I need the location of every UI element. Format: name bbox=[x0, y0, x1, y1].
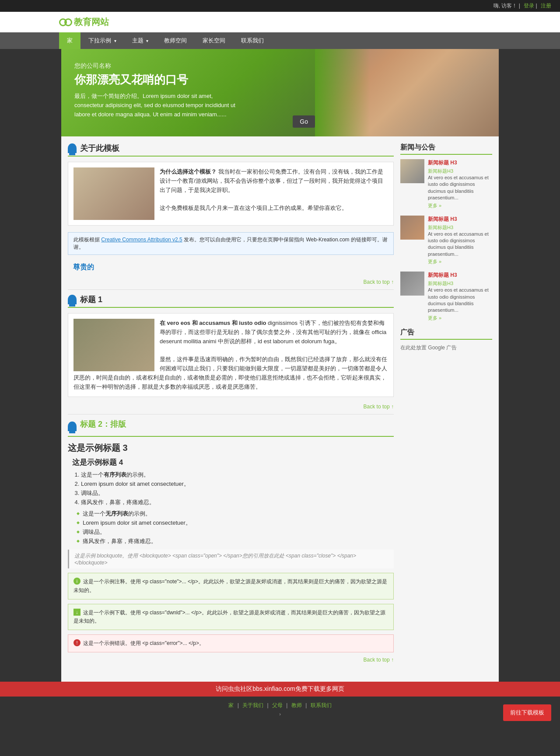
nav-item-theme[interactable]: 主题 ▾ bbox=[124, 32, 157, 49]
nav-item-teacher[interactable]: 教师空间 bbox=[156, 32, 195, 49]
back-to-top-2[interactable]: Back to top ↑ bbox=[68, 404, 394, 410]
logo: 教育网站 bbox=[59, 16, 109, 28]
register-link[interactable]: 注册 bbox=[541, 3, 551, 9]
logo-circle-right bbox=[64, 18, 72, 26]
back-to-top-link-2[interactable]: Back to top ↑ bbox=[364, 404, 394, 410]
nav-link-parent[interactable]: 家长空间 bbox=[195, 32, 233, 49]
sidebar: 新闻与公告 新闻标题 H3 新闻标题H3 At vero eos et accu… bbox=[400, 143, 492, 666]
nav-link-theme[interactable]: 主题 ▾ bbox=[124, 32, 157, 49]
ad-section: 广告 在此处放置 Google 广告 bbox=[400, 328, 492, 352]
content-area: 关于此模板 为什么选择这个模板？ 我当时在一家初创公司免费工作。没有合同，没有钱… bbox=[61, 136, 499, 673]
nav-link-teacher[interactable]: 教师空间 bbox=[156, 32, 195, 49]
hero-slogan: 你那漂亮又花哨的口号 bbox=[74, 72, 241, 87]
ad-title: 广告 bbox=[400, 328, 492, 340]
greeting-text: 嗨, 访客！ bbox=[494, 3, 518, 9]
go-button-area[interactable]: Go bbox=[293, 115, 315, 128]
about-title: 关于此模板 bbox=[80, 143, 119, 153]
title1-bold: 在 vero eos 和 accusamus 和 iusto odio bbox=[160, 320, 266, 326]
honorable-mention: 尊贵的 bbox=[68, 259, 394, 275]
nav-item-home[interactable]: 家 bbox=[59, 32, 80, 49]
logo-edu-text: 教育网站 bbox=[74, 17, 109, 27]
license-link[interactable]: Creative Commons Attribution v2.5 bbox=[101, 237, 182, 243]
news-h3-3: 新闻标题H3 bbox=[428, 280, 492, 287]
hero-description: 最后，做一个简短的介绍。Lorem ipsum dolor sit amet, … bbox=[74, 92, 241, 119]
back-to-top-link-1[interactable]: Back to top ↑ bbox=[364, 279, 394, 285]
logo-text: 教育网站 bbox=[74, 16, 109, 28]
nav-item-parent[interactable]: 家长空间 bbox=[195, 32, 233, 49]
page-wrapper: 您的公司名称 你那漂亮又花哨的口号 最后，做一个简短的介绍。Lorem ipsu… bbox=[61, 49, 499, 682]
download-template-button[interactable]: 前往下载模板 bbox=[503, 704, 551, 721]
about-intro2: 这个免费模板是我几个月来一直在这个项目上工作的成果。希望你喜欢它。 bbox=[160, 205, 347, 211]
footer-link-teacher[interactable]: 教师 bbox=[291, 702, 302, 708]
read-more-1[interactable]: 更多 » bbox=[428, 202, 492, 209]
news-h3-1: 新闻标题H3 bbox=[428, 168, 492, 174]
license-text1: 此模板根据 bbox=[74, 237, 100, 243]
nav-link-home[interactable]: 家 bbox=[59, 32, 80, 49]
person-icon-2 bbox=[68, 295, 77, 304]
news-tag-3: 新闻标题 H3 bbox=[428, 272, 492, 279]
ul-item-3: 调味品。 bbox=[77, 528, 394, 536]
theme-arrow: ▾ bbox=[146, 38, 148, 43]
demo-h4: 这是示例标题 4 bbox=[68, 457, 394, 467]
back-to-top-3[interactable]: Back to top ↑ bbox=[68, 657, 394, 663]
about-article-box: 为什么选择这个模板？ 我当时在一家初创公司免费工作。没有合同，没有钱，我的工作是… bbox=[68, 162, 394, 226]
nav-item-contact[interactable]: 联系我们 bbox=[233, 32, 272, 49]
news-thumb-3 bbox=[400, 272, 424, 296]
watermark-text: 访问虫虫社区bbs.xinfiao.com免费下载更多网页 bbox=[216, 685, 344, 692]
about-section-heading: 关于此模板 bbox=[68, 143, 394, 157]
blockquote-text: 这是示例 blockquote。使用 <blockquote> <span cl… bbox=[74, 553, 356, 566]
separator-line-2 bbox=[68, 414, 394, 415]
news-item-3: 新闻标题 H3 新闻标题H3 At vero eos et accusamus … bbox=[400, 272, 492, 321]
footer-link-contact[interactable]: 联系我们 bbox=[311, 702, 332, 708]
error-box: ! 这是一个示例错误。使用 <p class="error">... </p>。 bbox=[68, 634, 394, 652]
read-more-3[interactable]: 更多 » bbox=[428, 315, 492, 321]
footer-link-parent[interactable]: 父母 bbox=[272, 702, 283, 708]
news-tag-1: 新闻标题 H3 bbox=[428, 159, 492, 167]
news-item-1: 新闻标题 H3 新闻标题H3 At vero eos et accusamus … bbox=[400, 159, 492, 209]
demo-h3: 这是示例标题 3 bbox=[68, 442, 394, 454]
ordered-list: 这是一个有序列表的示例。 Lorem ipsum dolor sit amet … bbox=[68, 471, 394, 506]
header: 教育网站 bbox=[0, 12, 560, 32]
news-text-3: At vero eos et accusamus et iusto odio d… bbox=[428, 287, 492, 314]
download-box: ↓ 这是一个示例下载。使用 <p class="dwnld">... </p>。… bbox=[68, 604, 394, 630]
note-box: i 这是一个示例注释。使用 <p class="note">... </p>。此… bbox=[68, 573, 394, 599]
title1-image bbox=[74, 319, 154, 371]
unordered-list: 这是一个无序列表的示例。 Lorem ipsum dolor sit amet … bbox=[68, 510, 394, 545]
nav-link-contact[interactable]: 联系我们 bbox=[233, 32, 272, 49]
back-to-top-1[interactable]: Back to top ↑ bbox=[68, 279, 394, 285]
download-text: 这是一个示例下载。使用 <p class="dwnld">... </p>。此此… bbox=[74, 610, 385, 624]
footer: 家 | 关于我们 | 父母 | 教师 | 联系我们 › bbox=[0, 697, 560, 722]
dropdown-arrow: ▾ bbox=[114, 38, 116, 43]
footer-link-home[interactable]: 家 bbox=[228, 702, 234, 708]
title1-section-heading: 标题 1 bbox=[68, 294, 394, 308]
news-tag-2: 新闻标题 H3 bbox=[428, 216, 492, 223]
download-icon: ↓ bbox=[74, 609, 80, 616]
download-button-area[interactable]: 前往下载模板 bbox=[503, 704, 551, 721]
title2-section-heading: 标题 2：排版 bbox=[68, 419, 394, 437]
login-link[interactable]: 登录 bbox=[524, 3, 534, 9]
nav-list: 家 下拉示例 ▾ 主题 ▾ 教师空间 家长空间 联系我们 bbox=[59, 32, 501, 49]
ul-item-4: 痛风发作，鼻塞，疼痛难忍。 bbox=[77, 537, 394, 545]
go-button[interactable]: Go bbox=[293, 115, 315, 128]
back-to-top-link-3[interactable]: Back to top ↑ bbox=[364, 657, 394, 663]
nav-link-dropdown[interactable]: 下拉示例 ▾ bbox=[80, 32, 124, 49]
watermark-bar: 访问虫虫社区bbs.xinfiao.com免费下载更多网页 bbox=[0, 682, 560, 697]
title2-text: 标题 2：排版 bbox=[80, 419, 126, 429]
news-text-1: At vero eos et accusamus et iusto odio d… bbox=[428, 174, 492, 202]
separator2: | bbox=[536, 3, 539, 9]
person-icon bbox=[68, 143, 77, 153]
back-to-top-label-1: Back to top bbox=[364, 279, 390, 285]
news-section-title: 新闻与公告 bbox=[400, 143, 492, 155]
news-thumb-2 bbox=[400, 216, 424, 240]
nav-item-dropdown[interactable]: 下拉示例 ▾ bbox=[80, 32, 124, 49]
logo-icon bbox=[59, 18, 72, 26]
ul-item-1: 这是一个无序列表的示例。 bbox=[77, 510, 394, 518]
hero-image bbox=[315, 49, 499, 136]
hero-text-block: 您的公司名称 你那漂亮又花哨的口号 最后，做一个简短的介绍。Lorem ipsu… bbox=[74, 62, 241, 119]
person-icon-3 bbox=[68, 422, 77, 431]
read-more-2[interactable]: 更多 » bbox=[428, 258, 492, 265]
footer-link-about[interactable]: 关于我们 bbox=[242, 702, 263, 708]
news-content-2: 新闻标题 H3 新闻标题H3 At vero eos et accusamus … bbox=[428, 216, 492, 265]
hero-photo-placeholder bbox=[315, 49, 499, 136]
note-text: 这是一个示例注释。使用 <p class="note">... </p>。此此以… bbox=[74, 578, 387, 593]
